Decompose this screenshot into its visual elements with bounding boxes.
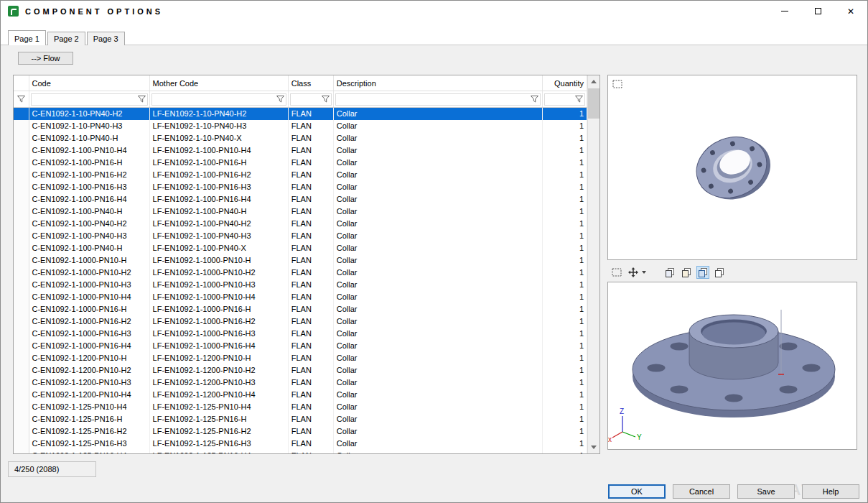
cell-quantity[interactable]: 1 [542,425,587,438]
select-region-button[interactable] [610,266,623,279]
cell-class[interactable]: FLAN [288,291,333,303]
cell-code[interactable]: C-EN1092-1-100-PN40-H3 [29,230,149,242]
cell-mother-code[interactable]: LF-EN1092-1-100-PN40-X [149,242,288,254]
cell-description[interactable]: Collar [333,450,542,454]
cell-class[interactable]: FLAN [288,206,333,218]
cell-class[interactable]: FLAN [288,254,333,267]
help-button[interactable]: Help [802,484,859,499]
cell-code[interactable]: C-EN1092-1-10-PN40-H2 [29,108,149,121]
column-header-mother-code[interactable]: Mother Code [149,75,288,91]
cell-description[interactable]: Collar [333,352,542,364]
row-selector[interactable] [14,218,29,230]
cell-mother-code[interactable]: LF-EN1092-1-10-PN40-H2 [149,108,288,121]
cell-code[interactable]: C-EN1092-1-1200-PN10-H [29,352,149,364]
cell-code[interactable]: C-EN1092-1-1000-PN10-H2 [29,267,149,279]
cell-description[interactable]: Collar [333,242,542,254]
cell-mother-code[interactable]: LF-EN1092-1-1000-PN10-H [149,254,288,267]
row-selector[interactable] [14,364,29,377]
table-row[interactable]: C-EN1092-1-1200-PN10-H4LF-EN1092-1-1200-… [14,389,587,401]
cell-description[interactable]: Collar [333,108,542,121]
table-row[interactable]: C-EN1092-1-125-PN10-H4LF-EN1092-1-125-PN… [14,401,587,413]
cell-quantity[interactable]: 1 [542,254,587,267]
table-row[interactable]: C-EN1092-1-10-PN40-H3LF-EN1092-1-10-PN40… [14,120,587,132]
cell-code[interactable]: C-EN1092-1-1000-PN16-H4 [29,340,149,352]
cell-mother-code[interactable]: LF-EN1092-1-100-PN16-H [149,157,288,169]
cell-class[interactable]: FLAN [288,413,333,425]
cell-description[interactable]: Collar [333,157,542,169]
scrollbar-thumb[interactable] [588,88,599,119]
cell-mother-code[interactable]: LF-EN1092-1-1200-PN10-H [149,352,288,364]
table-row[interactable]: C-EN1092-1-100-PN40-H2LF-EN1092-1-100-PN… [14,218,587,230]
cell-quantity[interactable]: 1 [542,401,587,413]
cell-class[interactable]: FLAN [288,230,333,242]
cell-class[interactable]: FLAN [288,144,333,157]
cell-mother-code[interactable]: LF-EN1092-1-1000-PN16-H2 [149,315,288,328]
cell-description[interactable]: Collar [333,291,542,303]
copy-image-button[interactable] [680,266,693,279]
table-row[interactable]: C-EN1092-1-125-PN16-H4LF-EN1092-1-125-PN… [14,450,587,454]
cell-mother-code[interactable]: LF-EN1092-1-100-PN40-H2 [149,218,288,230]
column-header-class[interactable]: Class [288,75,333,91]
cell-code[interactable]: C-EN1092-1-125-PN16-H4 [29,450,149,454]
cell-class[interactable]: FLAN [288,120,333,132]
cell-quantity[interactable]: 1 [542,364,587,377]
row-selector[interactable] [14,120,29,132]
cell-class[interactable]: FLAN [288,108,333,121]
cell-class[interactable]: FLAN [288,340,333,352]
minimize-button[interactable] [768,1,801,22]
filter-icon[interactable] [15,96,27,103]
filter-icon[interactable] [531,96,538,103]
cell-class[interactable]: FLAN [288,242,333,254]
row-selector[interactable] [14,303,29,315]
cell-mother-code[interactable]: LF-EN1092-1-1200-PN10-H3 [149,377,288,389]
row-selector[interactable] [14,108,29,121]
row-selector[interactable] [14,230,29,242]
row-selector[interactable] [14,450,29,454]
cell-description[interactable]: Collar [333,303,542,315]
table-row[interactable]: C-EN1092-1-1200-PN10-H3LF-EN1092-1-1200-… [14,377,587,389]
cell-class[interactable]: FLAN [288,169,333,181]
cell-quantity[interactable]: 1 [542,218,587,230]
filter-input-mother-code[interactable] [151,93,286,106]
row-selector[interactable] [14,181,29,193]
row-selector[interactable] [14,206,29,218]
cell-class[interactable]: FLAN [288,377,333,389]
cell-quantity[interactable]: 1 [542,315,587,328]
cell-quantity[interactable]: 1 [542,108,587,121]
cell-mother-code[interactable]: LF-EN1092-1-10-PN40-X [149,132,288,144]
cell-description[interactable]: Collar [333,144,542,157]
cell-code[interactable]: C-EN1092-1-1000-PN16-H [29,303,149,315]
scroll-up-button[interactable] [588,75,599,88]
cell-description[interactable]: Collar [333,340,542,352]
cell-code[interactable]: C-EN1092-1-100-PN16-H2 [29,169,149,181]
cell-mother-code[interactable]: LF-EN1092-1-125-PN16-H2 [149,425,288,438]
table-row[interactable]: C-EN1092-1-1000-PN16-H2LF-EN1092-1-1000-… [14,315,587,328]
cell-quantity[interactable]: 1 [542,267,587,279]
filter-input-description[interactable] [335,93,541,106]
table-row[interactable]: C-EN1092-1-100-PN40-HLF-EN1092-1-100-PN4… [14,206,587,218]
cell-code[interactable]: C-EN1092-1-125-PN16-H [29,413,149,425]
cell-mother-code[interactable]: LF-EN1092-1-125-PN16-H3 [149,438,288,450]
cell-quantity[interactable]: 1 [542,328,587,340]
table-row[interactable]: C-EN1092-1-100-PN16-H4LF-EN1092-1-100-PN… [14,193,587,206]
table-row[interactable]: C-EN1092-1-100-PN40-H3LF-EN1092-1-100-PN… [14,230,587,242]
cell-code[interactable]: C-EN1092-1-1000-PN10-H3 [29,279,149,291]
cell-description[interactable]: Collar [333,218,542,230]
cell-code[interactable]: C-EN1092-1-1200-PN10-H2 [29,364,149,377]
cell-quantity[interactable]: 1 [542,450,587,454]
table-row[interactable]: C-EN1092-1-100-PN16-H2LF-EN1092-1-100-PN… [14,169,587,181]
table-row[interactable]: C-EN1092-1-100-PN16-HLF-EN1092-1-100-PN1… [14,157,587,169]
table-row[interactable]: C-EN1092-1-100-PN40-HLF-EN1092-1-100-PN4… [14,242,587,254]
cell-quantity[interactable]: 1 [542,169,587,181]
cell-description[interactable]: Collar [333,193,542,206]
filter-input-code[interactable] [31,93,148,106]
cell-description[interactable]: Collar [333,438,542,450]
row-selector[interactable] [14,340,29,352]
cell-class[interactable]: FLAN [288,279,333,291]
table-row[interactable]: C-EN1092-1-100-PN10-H4LF-EN1092-1-100-PN… [14,144,587,157]
filter-icon[interactable] [322,96,330,103]
row-selector[interactable] [14,242,29,254]
cell-mother-code[interactable]: LF-EN1092-1-100-PN16-H2 [149,169,288,181]
row-selector[interactable] [14,254,29,267]
tab-page-3[interactable]: Page 3 [87,32,125,45]
